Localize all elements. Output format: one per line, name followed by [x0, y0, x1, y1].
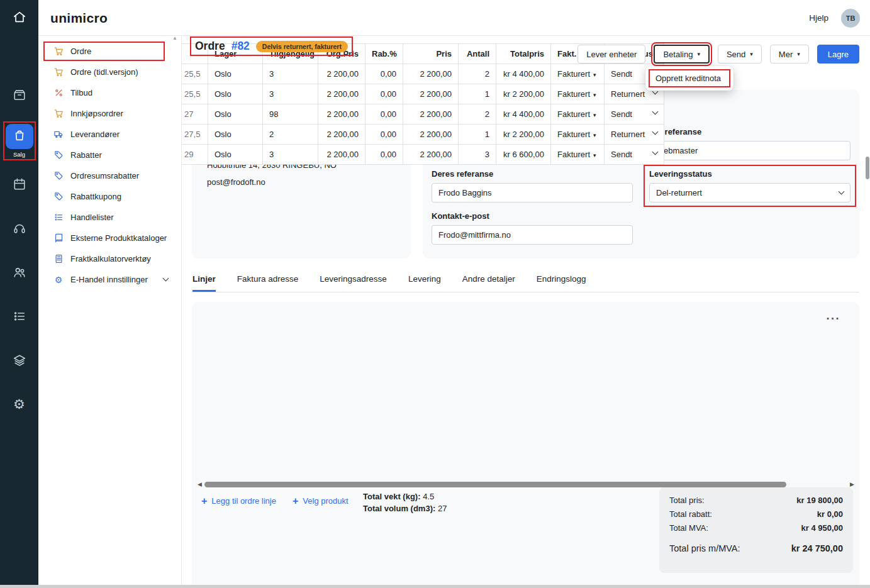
primary-nav-rail: Salg ⚙ [0, 36, 38, 588]
lev-status-select[interactable]: Sendt [605, 145, 664, 165]
tasks-nav-button[interactable] [0, 309, 38, 326]
deres-referanse-input[interactable] [432, 183, 633, 202]
tab-leveringsadresse[interactable]: Leveringsadresse [320, 274, 387, 292]
sidebar-item-label: Fraktkalkulatorverktøy [70, 254, 151, 263]
fakt-status-dropdown[interactable]: Fakturert▾ [551, 125, 605, 145]
list-icon [53, 213, 64, 222]
sidebar-item-label: Rabattkupong [70, 192, 121, 201]
fakt-status-dropdown[interactable]: Fakturert▾ [551, 145, 605, 165]
tab-linjer[interactable]: Linjer [192, 274, 216, 292]
collapse-sidebar-icon[interactable]: ▲ [172, 35, 177, 41]
home-button[interactable] [0, 0, 38, 36]
kontakt-epost-label: Kontakt-e-post [432, 211, 633, 221]
support-nav-button[interactable] [0, 221, 38, 238]
opprett-kreditnota-item[interactable]: Opprett kreditnota [649, 69, 730, 87]
inventory-nav-button[interactable] [0, 88, 38, 104]
order-section-tabs: Linjer Faktura adresse Leveringsadresse … [192, 274, 586, 292]
caret-down-icon: ▾ [593, 92, 596, 98]
order-summary: Total pris: kr 19 800,00 Total rabatt: k… [659, 487, 853, 573]
kontakt-epost-field: Kontakt-e-post [432, 211, 633, 245]
sidebar-item-ordresumsrabatter[interactable]: Ordresumsrabatter [38, 165, 181, 186]
caret-down-icon: ▾ [593, 72, 596, 78]
cell-rab: 0,00 [365, 84, 403, 104]
leveringsstatus-select[interactable]: Del-returnert [649, 183, 850, 202]
table-hscrollbar[interactable] [204, 482, 786, 487]
horizontal-scrollbar[interactable] [0, 585, 870, 588]
scroll-right-icon[interactable]: ▶ [850, 481, 854, 487]
sidebar-item-tilbud[interactable]: Tilbud [38, 82, 181, 103]
tab-levering-2[interactable]: Levering [408, 274, 441, 292]
lev-status-select[interactable]: Sendt [605, 104, 664, 125]
sidebar-item-fraktkalkulatorverktoy[interactable]: Fraktkalkulatorverktøy [38, 248, 181, 269]
betaling-button[interactable]: Betaling ▾ [654, 45, 710, 64]
sales-sidebar: ▲ Ordre Ordre (tidl.versjon) Tilbud Innk… [38, 36, 182, 588]
total-volum-label: Total volum (dm3): [363, 504, 435, 513]
cell-rab: 0,00 [365, 104, 403, 125]
contacts-nav-button[interactable] [0, 265, 38, 282]
velg-produkt-link[interactable]: + Velg produkt [293, 496, 349, 506]
sales-nav-button[interactable] [6, 124, 33, 149]
var-referanse-field: Vår referanse [649, 127, 850, 160]
send-button[interactable]: Send ▾ [718, 45, 762, 64]
boxes-icon [13, 88, 26, 104]
percent-icon [53, 88, 64, 97]
cell-pris: 2 200,00 [403, 125, 459, 145]
lagre-button[interactable]: Lagre [817, 45, 859, 64]
fakt-status-dropdown[interactable]: Fakturert▾ [551, 104, 605, 125]
help-link[interactable]: Hjelp [809, 13, 828, 23]
order-title-annotation: Ordre #82 Delvis returnert, fakturert [195, 40, 348, 53]
cart-icon [53, 109, 64, 118]
var-referanse-input[interactable] [649, 141, 850, 160]
settings-nav-button[interactable]: ⚙ [0, 397, 38, 411]
total-vekt-label: Total vekt (kg): [363, 492, 421, 501]
status-badge: Delvis returnert, fakturert [256, 41, 348, 52]
sales-nav-section: Salg [0, 124, 38, 158]
tab-endringslogg[interactable]: Endringslogg [537, 274, 586, 292]
checklist-icon [13, 309, 26, 326]
sidebar-item-innkjopsordrer[interactable]: Innkjøpsordrer [38, 103, 181, 124]
kontakt-epost-input[interactable] [432, 225, 633, 245]
sidebar-item-rabatter[interactable]: Rabatter [38, 145, 181, 165]
page-title: Ordre [195, 40, 225, 53]
add-order-line-link[interactable]: + Legg til ordre linje [201, 496, 276, 506]
leveringsstatus-field: Leveringsstatus Del-returnert [649, 169, 850, 202]
cell-orgpris: 2 200,00 [318, 125, 365, 145]
chevron-down-icon [839, 189, 845, 195]
cell-lager: Oslo [208, 145, 263, 165]
header-pris: Pris [403, 44, 459, 64]
sidebar-item-leverandorer[interactable]: Leverandører [38, 124, 181, 145]
calendar-nav-button[interactable] [0, 177, 38, 194]
caret-down-icon: ▾ [797, 52, 800, 57]
plus-icon: + [293, 497, 298, 505]
sidebar-item-ehandel-innstillinger[interactable]: ⚙ E-Handel innstillinger [38, 269, 181, 290]
fakt-status-dropdown[interactable]: Fakturert▾ [551, 64, 605, 84]
sidebar-item-eksterne-produktkataloger[interactable]: Eksterne Produktkataloger [38, 228, 181, 248]
tab-andre-detaljer[interactable]: Andre detaljer [462, 274, 515, 292]
tab-faktura-adresse[interactable]: Faktura adresse [237, 274, 299, 292]
cell-antall: 2 [459, 104, 496, 125]
lines-menu-button[interactable]: ··· [827, 316, 840, 322]
header-antall: Antall [459, 44, 496, 64]
sidebar-item-rabattkupong[interactable]: Rabattkupong [38, 186, 181, 207]
lev-status-select[interactable]: Returnert [605, 125, 664, 145]
layers-nav-button[interactable] [0, 353, 38, 370]
order-actions: Lever enheter Betaling ▾ Send ▾ Mer ▾ La… [577, 45, 859, 64]
cell-totalpris: kr 2 200,00 [496, 84, 551, 104]
scroll-left-icon[interactable]: ◀ [198, 481, 202, 487]
sidebar-item-ordre[interactable]: Ordre [38, 41, 181, 62]
sidebar-item-ordre-tidl[interactable]: Ordre (tidl.versjon) [38, 62, 181, 82]
cell-pris: 2 200,00 [403, 64, 459, 84]
mer-button[interactable]: Mer ▾ [770, 45, 809, 64]
sidebar-item-handlelister[interactable]: Handlelister [38, 207, 181, 228]
caret-down-icon: ▾ [697, 52, 700, 57]
topbar-right: Hjelp TB [809, 0, 860, 36]
caret-down-icon: ▾ [593, 152, 596, 158]
sidebar-item-label: Ordre [70, 47, 91, 56]
user-avatar[interactable]: TB [841, 9, 860, 28]
fakt-status-dropdown[interactable]: Fakturert▾ [551, 84, 605, 104]
vertical-scrollbar[interactable] [866, 157, 869, 179]
layers-icon [13, 353, 26, 370]
lever-enheter-button[interactable]: Lever enheter [577, 45, 645, 64]
sales-nav-label: Salg [13, 151, 25, 158]
chevron-down-icon [652, 109, 659, 115]
